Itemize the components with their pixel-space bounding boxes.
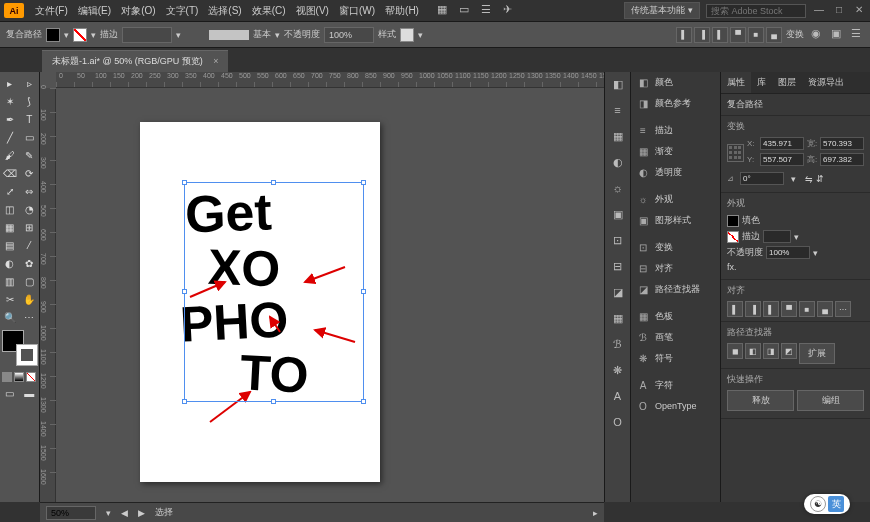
menu-select[interactable]: 选择(S): [203, 4, 246, 18]
gpu-icon[interactable]: ✈: [500, 3, 516, 19]
transform-h[interactable]: [820, 153, 864, 166]
gradient-tool[interactable]: ▤: [0, 236, 20, 254]
slice-tool[interactable]: ✂: [0, 290, 20, 308]
window-maximize[interactable]: □: [832, 4, 846, 18]
lasso-tool[interactable]: ⟆: [20, 92, 40, 110]
appear-fx[interactable]: fx.: [727, 262, 737, 272]
resize-handle-br[interactable]: [361, 399, 366, 404]
transform-x[interactable]: [760, 137, 804, 150]
swatches-panel-icon[interactable]: ▦: [610, 312, 626, 328]
symbol-sprayer-tool[interactable]: ✿: [20, 254, 40, 272]
brush-picker[interactable]: [209, 30, 249, 40]
pathfinder-intersect[interactable]: ◨: [763, 343, 779, 359]
gradient-panel-icon[interactable]: ▦: [610, 130, 626, 146]
window-minimize[interactable]: —: [812, 4, 826, 18]
graphic-styles-panel-icon[interactable]: ▣: [610, 208, 626, 224]
scale-tool[interactable]: ⤢: [0, 182, 20, 200]
menu-window[interactable]: 窗口(W): [334, 4, 380, 18]
flip-v-icon[interactable]: ⇵: [816, 174, 824, 184]
pen-tool[interactable]: ✒: [0, 110, 20, 128]
align-panel-icon[interactable]: ⊟: [610, 260, 626, 276]
width-tool[interactable]: ⇔: [20, 182, 40, 200]
graph-tool[interactable]: ▥: [0, 272, 20, 290]
ime-language[interactable]: 英: [828, 496, 844, 512]
prop-align-l[interactable]: ▌: [727, 301, 743, 317]
transform-w[interactable]: [820, 137, 864, 150]
panel-align[interactable]: ⊟对齐: [631, 258, 720, 279]
quick-group-button[interactable]: 编组: [797, 390, 864, 411]
canvas[interactable]: Get XO PHO TO: [40, 72, 604, 502]
nav-prev-icon[interactable]: ◀: [121, 508, 128, 518]
panel-appearance[interactable]: ☼外观: [631, 189, 720, 210]
transform-link[interactable]: 变换: [786, 28, 804, 41]
direct-selection-tool[interactable]: ▹: [20, 74, 40, 92]
resize-handle-mr[interactable]: [361, 289, 366, 294]
pathfinder-expand[interactable]: 扩展: [799, 343, 835, 364]
resize-handle-tr[interactable]: [361, 180, 366, 185]
opacity-input[interactable]: [324, 27, 374, 43]
hand-tool[interactable]: ✋: [20, 290, 40, 308]
perspective-tool[interactable]: ▦: [0, 218, 20, 236]
appear-stroke-weight[interactable]: [763, 230, 791, 243]
prop-align-r[interactable]: ▌: [763, 301, 779, 317]
pathfinder-unite[interactable]: ◼: [727, 343, 743, 359]
line-tool[interactable]: ╱: [0, 128, 20, 146]
color-mode-none[interactable]: [26, 372, 36, 382]
menu-view[interactable]: 视图(V): [291, 4, 334, 18]
pathfinder-panel-icon[interactable]: ◪: [610, 286, 626, 302]
flip-h-icon[interactable]: ⇋: [805, 174, 813, 184]
tab-libraries[interactable]: 库: [751, 72, 772, 93]
shape-builder-tool[interactable]: ◔: [20, 200, 40, 218]
tab-properties[interactable]: 属性: [721, 72, 751, 93]
search-stock[interactable]: [706, 4, 806, 18]
align-vcenter-btn[interactable]: ■: [748, 27, 764, 43]
selection-bounding-box[interactable]: [184, 182, 364, 402]
menu-edit[interactable]: 编辑(E): [73, 4, 116, 18]
toggle-tool[interactable]: ⋯: [20, 308, 40, 326]
align-left-btn[interactable]: ▌: [676, 27, 692, 43]
blend-tool[interactable]: ◐: [0, 254, 20, 272]
fill-stroke-control[interactable]: [2, 330, 38, 366]
panel-transform[interactable]: ⊡变换: [631, 237, 720, 258]
tab-asset-export[interactable]: 资源导出: [802, 72, 850, 93]
align-top-btn[interactable]: ▀: [730, 27, 746, 43]
selection-tool[interactable]: ▸: [0, 74, 20, 92]
resize-handle-bl[interactable]: [182, 399, 187, 404]
ime-indicator[interactable]: ☯ 英: [804, 494, 850, 514]
menu-object[interactable]: 对象(O): [116, 4, 160, 18]
resize-handle-tl[interactable]: [182, 180, 187, 185]
panel-pathfinder[interactable]: ◪路径查找器: [631, 279, 720, 300]
layout-icon[interactable]: ☰: [478, 3, 494, 19]
rectangle-tool[interactable]: ▭: [20, 128, 40, 146]
panel-swatches[interactable]: ▦色板: [631, 306, 720, 327]
transform-angle[interactable]: [740, 172, 784, 185]
document-tab[interactable]: 未标题-1.ai* @ 50% (RGB/GPU 预览) ×: [42, 50, 228, 72]
symbols-panel-icon[interactable]: ❋: [610, 364, 626, 380]
menu-effect[interactable]: 效果(C): [247, 4, 291, 18]
nav-next-icon[interactable]: ▶: [138, 508, 145, 518]
panel-gradient[interactable]: ▦渐变: [631, 141, 720, 162]
resize-handle-tm[interactable]: [271, 180, 276, 185]
menu-file[interactable]: 文件(F): [30, 4, 73, 18]
stroke-panel-icon[interactable]: ≡: [610, 104, 626, 120]
appear-stroke-swatch[interactable]: [727, 231, 739, 243]
prop-align-b[interactable]: ▄: [817, 301, 833, 317]
brushes-panel-icon[interactable]: ℬ: [610, 338, 626, 354]
stroke-color[interactable]: [16, 344, 38, 366]
panel-graphic-styles[interactable]: ▣图形样式: [631, 210, 720, 231]
screen-mode-normal[interactable]: ▭: [0, 384, 20, 402]
workspace-switcher[interactable]: 传统基本功能 ▾: [624, 2, 700, 19]
color-panel-icon[interactable]: ◧: [610, 78, 626, 94]
stroke-swatch[interactable]: [73, 28, 87, 42]
brush-tool[interactable]: 🖌: [0, 146, 20, 164]
window-close[interactable]: ✕: [852, 4, 866, 18]
panel-symbols[interactable]: ❋符号: [631, 348, 720, 369]
prop-align-more[interactable]: ⋯: [835, 301, 851, 317]
panel-character[interactable]: A字符: [631, 375, 720, 396]
prop-align-vc[interactable]: ■: [799, 301, 815, 317]
zoom-tool[interactable]: 🔍: [0, 308, 20, 326]
resize-handle-ml[interactable]: [182, 289, 187, 294]
graphic-style-swatch[interactable]: [400, 28, 414, 42]
rotate-tool[interactable]: ⟳: [20, 164, 40, 182]
bridge-icon[interactable]: ▦: [434, 3, 450, 19]
